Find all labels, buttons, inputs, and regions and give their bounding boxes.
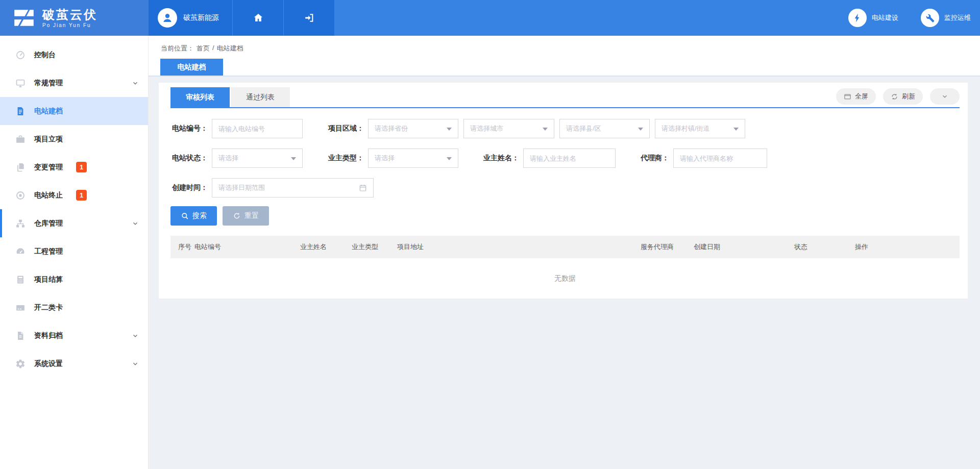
- user-name: 破茧新能源: [183, 13, 219, 22]
- tab-passed-list[interactable]: 通过列表: [231, 87, 290, 107]
- document-icon: [15, 106, 26, 116]
- reset-icon: [233, 212, 241, 220]
- sidebar: 控制台 常规管理 电站建档: [0, 36, 149, 469]
- filter-form: 电站编号： 项目区域： 请选择省份 请选择城市 请选择县/区: [170, 108, 960, 226]
- signin-icon: [304, 12, 315, 23]
- create-time-label: 创建时间：: [170, 183, 208, 192]
- sidebar-item-station-termination[interactable]: 电站终止 1: [0, 181, 148, 209]
- col-owner-type: 业主类型: [352, 242, 397, 252]
- gauge-icon: [15, 50, 26, 60]
- sidebar-item-general-mgmt[interactable]: 常规管理: [0, 69, 148, 97]
- caret-down-icon: [291, 157, 296, 163]
- dashboard-icon: [15, 246, 26, 257]
- sidebar-item-warehouse-mgmt[interactable]: 仓库管理: [0, 209, 148, 237]
- refresh-icon: [891, 93, 898, 101]
- province-select[interactable]: 请选择省份: [368, 119, 458, 138]
- station-no-label: 电站编号：: [170, 124, 208, 133]
- owner-name-label: 业主姓名：: [483, 154, 519, 163]
- briefcase-icon: [15, 134, 26, 144]
- sidebar-item-station-filing[interactable]: 电站建档: [0, 97, 148, 125]
- content-area: 审核列表 通过列表 全屏: [149, 76, 980, 469]
- user-menu[interactable]: 破茧新能源: [149, 0, 232, 36]
- caret-down-icon: [638, 128, 643, 133]
- breadcrumb-home[interactable]: 首页: [197, 44, 210, 53]
- search-button[interactable]: 搜索: [170, 206, 217, 226]
- station-build-label: 电站建设: [872, 13, 898, 22]
- sidebar-item-change-mgmt[interactable]: 变更管理 1: [0, 153, 148, 181]
- refresh-button[interactable]: 刷新: [883, 88, 923, 105]
- breadcrumb: 当前位置： 首页 / 电站建档: [161, 44, 980, 53]
- chevron-down-icon: [132, 332, 139, 339]
- reset-button[interactable]: 重置: [223, 206, 269, 226]
- empty-state: 无数据: [170, 258, 960, 299]
- station-status-label: 电站状态：: [170, 154, 208, 163]
- home-icon: [253, 12, 264, 23]
- city-select[interactable]: 请选择城市: [463, 119, 554, 138]
- table-header: 序号 电站编号 业主姓名 业主类型 项目地址 服务代理商 创建日期 状态 操作: [170, 236, 960, 258]
- card-icon: [15, 303, 26, 313]
- chevron-down-icon: [941, 93, 948, 100]
- date-range-picker[interactable]: 请选择日期范围: [212, 178, 374, 198]
- user-avatar-icon: [158, 8, 177, 28]
- archive-icon: [15, 331, 26, 341]
- caret-down-icon: [447, 128, 452, 133]
- station-build-link[interactable]: 电站建设: [848, 9, 898, 27]
- owner-name-input[interactable]: [523, 149, 616, 168]
- sidebar-item-project-approval[interactable]: 项目立项: [0, 125, 148, 153]
- main-area: 当前位置： 首页 / 电站建档 电站建档 审核列表 通过列表: [149, 36, 980, 469]
- calendar-icon: [359, 184, 367, 192]
- copy-icon: [15, 162, 26, 172]
- sidebar-item-type2-card[interactable]: 开二类卡: [0, 293, 148, 322]
- col-owner-name: 业主姓名: [300, 242, 352, 252]
- sidebar-item-system-settings[interactable]: 系统设置: [0, 350, 148, 378]
- lightning-icon: [848, 9, 867, 27]
- station-status-select[interactable]: 请选择: [212, 149, 303, 168]
- top-nav: 破茧新能源: [149, 0, 334, 36]
- sidebar-item-project-settlement[interactable]: 项目结算: [0, 265, 148, 293]
- brand-logo: 破茧云伏 Po Jian Yun Fu: [0, 0, 149, 36]
- fullscreen-icon: [844, 93, 851, 101]
- owner-type-label: 业主类型：: [328, 154, 364, 163]
- collapse-button[interactable]: [930, 88, 960, 105]
- page-tab-station-filing[interactable]: 电站建档: [160, 59, 223, 76]
- brand-subtitle: Po Jian Yun Fu: [42, 22, 97, 28]
- village-select[interactable]: 请选择村镇/街道: [655, 119, 745, 138]
- col-actions: 操作: [855, 242, 960, 252]
- col-service-agent: 服务代理商: [641, 242, 694, 252]
- col-create-date: 创建日期: [694, 242, 794, 252]
- breadcrumb-separator: /: [212, 44, 214, 53]
- caret-down-icon: [543, 128, 548, 133]
- agent-input[interactable]: [673, 149, 767, 168]
- tab-review-list[interactable]: 审核列表: [170, 87, 230, 107]
- chevron-down-icon: [132, 360, 139, 367]
- sidebar-item-engineering-mgmt[interactable]: 工程管理: [0, 237, 148, 265]
- agent-label: 代理商：: [641, 154, 669, 163]
- owner-type-select[interactable]: 请选择: [368, 149, 458, 168]
- signin-button[interactable]: [283, 0, 334, 36]
- county-select[interactable]: 请选择县/区: [559, 119, 650, 138]
- filter-row-3: 创建时间： 请选择日期范围: [170, 178, 960, 198]
- change-mgmt-badge: 1: [76, 162, 87, 172]
- pojian-logo-icon: [12, 6, 36, 30]
- monitor-icon: [15, 78, 26, 88]
- record-icon: [15, 190, 26, 201]
- breadcrumb-prefix: 当前位置：: [161, 44, 194, 53]
- col-project-address: 项目地址: [397, 242, 641, 252]
- monitor-ops-label: 监控运维: [944, 13, 971, 22]
- col-station-no: 电站编号: [194, 242, 300, 252]
- search-icon: [181, 212, 189, 220]
- station-no-input[interactable]: [212, 119, 303, 138]
- fullscreen-button[interactable]: 全屏: [836, 88, 876, 105]
- panel-card: 审核列表 通过列表 全屏: [159, 83, 968, 299]
- filter-row-1: 电站编号： 项目区域： 请选择省份 请选择城市 请选择县/区: [170, 119, 960, 138]
- brand-title: 破茧云伏: [42, 8, 97, 21]
- monitor-ops-link[interactable]: 监控运维: [921, 9, 971, 27]
- filter-actions: 搜索 重置: [170, 206, 960, 226]
- gear-icon: [15, 359, 26, 369]
- caret-down-icon: [733, 128, 739, 133]
- sidebar-item-console[interactable]: 控制台: [0, 41, 148, 69]
- top-right-links: 电站建设 监控运维: [848, 0, 980, 36]
- home-button[interactable]: [232, 0, 283, 36]
- caret-down-icon: [447, 157, 452, 163]
- sidebar-item-data-archive[interactable]: 资料归档: [0, 322, 148, 350]
